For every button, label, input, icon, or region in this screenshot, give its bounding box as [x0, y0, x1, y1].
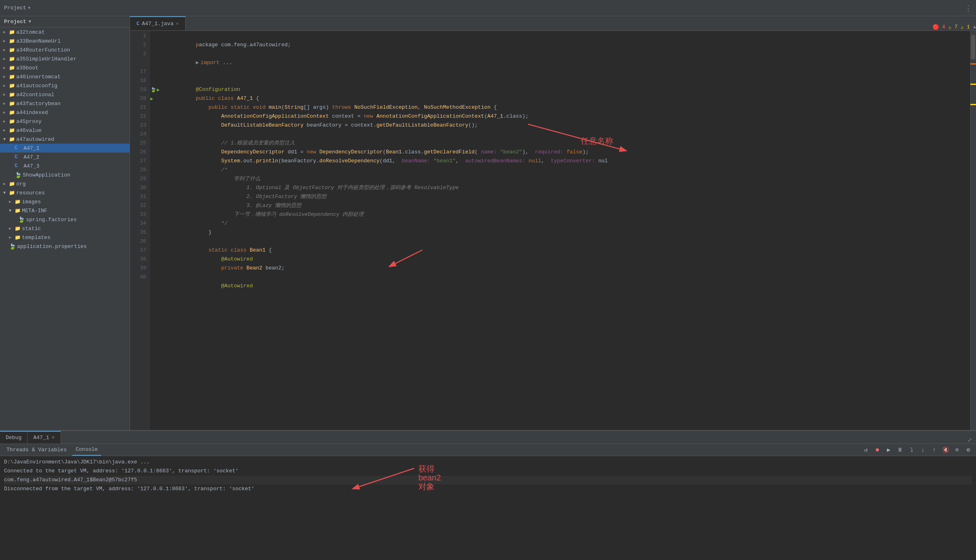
a47-tab-label: A47_1 — [33, 435, 49, 441]
folder-icon: 📁 — [9, 136, 16, 142]
collapse-arrow: ▼ — [3, 191, 9, 195]
collapse-arrow: ▼ — [3, 137, 9, 142]
folder-icon: 📁 — [15, 226, 22, 232]
code-line-40: @Autowired — [164, 273, 970, 282]
sidebar-item-application-properties[interactable]: 🍃 application.properties — [0, 242, 130, 251]
project-dropdown-icon[interactable]: ▼ — [28, 6, 31, 11]
editor-area: C A47_1.java × 🔴 4 ⚠ 7 ⚠ 1 ▲ 1 2 3 — [130, 16, 976, 430]
line-numbers: 1 2 3 17 18 19 20 21 22 23 24 25 26 27 2… — [130, 31, 150, 430]
console-output: D:\JavaEnvironment\Java\JDK17\bin\java.e… — [0, 456, 976, 560]
collapse-arrow: ▶ — [3, 92, 9, 97]
console-line-4: Disconnected from the target VM, address… — [4, 485, 972, 493]
folder-icon: 📁 — [9, 110, 16, 116]
collapse-arrow: ▼ — [9, 209, 15, 213]
item-label: A47_2 — [24, 154, 39, 160]
code-area[interactable]: package com.feng.a47autowired; ▶import .… — [160, 31, 970, 430]
item-label: a32tomcat — [16, 29, 45, 35]
sidebar-item-META-INF[interactable]: ▼ 📁 META-INF — [0, 206, 130, 215]
mute-btn[interactable]: 🔇 — [941, 446, 950, 454]
restart-btn[interactable]: ↺ — [861, 446, 870, 454]
editor-tab-A47_1[interactable]: C A47_1.java × — [130, 16, 186, 30]
sidebar-item-a39boot[interactable]: ▶ 📁 a39boot — [0, 63, 130, 72]
sidebar-item-static[interactable]: ▶ 📁 static — [0, 224, 130, 233]
folder-icon: 📁 — [9, 101, 16, 107]
right-scrollbar[interactable] — [970, 31, 976, 430]
code-line-36: static class Bean1 { — [164, 237, 970, 246]
step-out-btn[interactable]: ↑ — [930, 446, 939, 454]
item-label: static — [22, 226, 41, 232]
code-line-38: private Bean2 bean2; — [164, 255, 970, 264]
sidebar-item-a41autoconfig[interactable]: ▶ 📁 a41autoconfig — [0, 81, 130, 90]
run-gutter-icon-20[interactable]: ▶ — [150, 96, 153, 102]
code-line-35 — [164, 228, 970, 237]
sidebar-item-a34RouterFunction[interactable]: ▶ 📁 a34RouterFunction — [0, 45, 130, 54]
sidebar-item-A47_1[interactable]: C A47_1 — [0, 144, 130, 153]
collapse-arrow: ▶ — [3, 119, 9, 124]
code-line-24: // 1.根据成员变量的类型注入 — [164, 130, 970, 139]
more-options-icon[interactable]: ⋮ — [965, 4, 972, 13]
collapse-arrow: ▶ — [3, 47, 9, 52]
collapse-arrow: ▶ — [9, 226, 15, 231]
scrollbar-thumb[interactable] — [971, 35, 975, 59]
threads-vars-btn[interactable]: Threads & Variables — [3, 444, 70, 456]
sidebar-item-a47autowired[interactable]: ▼ 📁 a47autowired — [0, 135, 130, 144]
bean-icon: 🍃 — [150, 87, 156, 93]
sidebar-item-a46value[interactable]: ▶ 📁 a46value — [0, 126, 130, 135]
item-label: org — [16, 181, 26, 187]
expand-icon[interactable]: ⤢ — [964, 437, 976, 444]
sidebar-item-ShowApplication[interactable]: 🍃 ShowApplication — [0, 170, 130, 179]
folder-icon: 📁 — [15, 208, 22, 214]
console-line-3: com.feng.a47autowired.A47_1$Bean2@57bc27… — [4, 476, 972, 485]
tab-close-button[interactable]: × — [176, 22, 179, 26]
sidebar-item-A47_2[interactable]: C A47_2 — [0, 153, 130, 162]
project-label[interactable]: Project — [4, 5, 26, 11]
sidebar-item-org[interactable]: ▶ 📁 org — [0, 179, 130, 188]
bottom-tabs: Debug A47_1 × ⤢ — [0, 431, 976, 444]
step-over-btn[interactable]: ⤵ — [907, 446, 916, 454]
sidebar-item-a45proxy[interactable]: ▶ 📁 a45proxy — [0, 117, 130, 126]
sidebar-item-spring-factories[interactable]: 🍃 spring.factories — [0, 215, 130, 224]
bottom-toolbar: Threads & Variables Console ↺ ■ ▶ ⏸ ⤵ ↓ … — [0, 444, 976, 456]
clear-btn[interactable]: ⊘ — [952, 446, 961, 454]
java-icon: C — [15, 163, 22, 169]
sidebar-item-a43factorybean[interactable]: ▶ 📁 a43factorybean — [0, 99, 130, 108]
sidebar-item-resources[interactable]: ▼ 📁 resources — [0, 188, 130, 197]
sidebar-item-a42contional[interactable]: ▶ 📁 a42contional — [0, 90, 130, 99]
sidebar-item-a40innertomcat[interactable]: ▶ 📁 a40innertomcat — [0, 72, 130, 81]
a47-tab-close[interactable]: × — [52, 435, 55, 441]
folder-icon: 📁 — [9, 47, 16, 53]
step-into-btn[interactable]: ↓ — [918, 446, 927, 454]
sidebar-item-a35SimpleUrlHandler[interactable]: ▶ 📁 a35SimpleUrlHandler — [0, 54, 130, 63]
debug-tab-label: Debug — [6, 435, 22, 441]
error-indicators: 🔴 4 ⚠ 7 ⚠ 1 ▲ — [933, 24, 976, 30]
collapse-arrow: ▶ — [3, 39, 9, 43]
stop-btn[interactable]: ■ — [873, 446, 882, 454]
sidebar-item-a33BeanNameUrl[interactable]: ▶ 📁 a33BeanNameUrl — [0, 37, 130, 45]
threads-vars-label: Threads & Variables — [6, 447, 67, 453]
sidebar-item-images[interactable]: ▶ 📁 images — [0, 197, 130, 206]
code-line-18: @Configuration — [164, 76, 970, 85]
sidebar-item-a32tomcat[interactable]: ▶ 📁 a32tomcat — [0, 28, 130, 37]
warn-icon: ⚠ — [948, 24, 951, 30]
collapse-arrow: ▶ — [3, 101, 9, 106]
resume-btn[interactable]: ▶ — [884, 446, 893, 454]
run-gutter-icon[interactable]: ▶ — [157, 87, 160, 93]
java-icon: C — [15, 154, 22, 160]
line-gap — [164, 58, 970, 67]
bottom-tab-A47_1[interactable]: A47_1 × — [28, 431, 61, 444]
properties-icon: 🍃 — [9, 243, 16, 250]
code-line-39 — [164, 264, 970, 273]
pause-btn[interactable]: ⏸ — [896, 446, 905, 454]
sidebar-dropdown-icon[interactable]: ▼ — [29, 19, 31, 24]
item-label: ShowApplication — [23, 172, 70, 178]
sidebar-item-a44indexed[interactable]: ▶ 📁 a44indexed — [0, 108, 130, 117]
collapse-arrow: ▶ — [3, 65, 9, 70]
item-label: a41autoconfig — [16, 83, 57, 89]
sidebar-item-templates[interactable]: ▶ 📁 templates — [0, 233, 130, 242]
console-btn[interactable]: Console — [72, 444, 101, 456]
sidebar-header: Project ▼ — [0, 16, 130, 28]
settings-btn[interactable]: ⚙ — [964, 446, 973, 454]
sidebar-item-A47_3[interactable]: C A47_3 — [0, 162, 130, 170]
nav-up-icon[interactable]: ▲ — [973, 24, 976, 30]
bottom-tab-debug[interactable]: Debug — [0, 431, 28, 444]
